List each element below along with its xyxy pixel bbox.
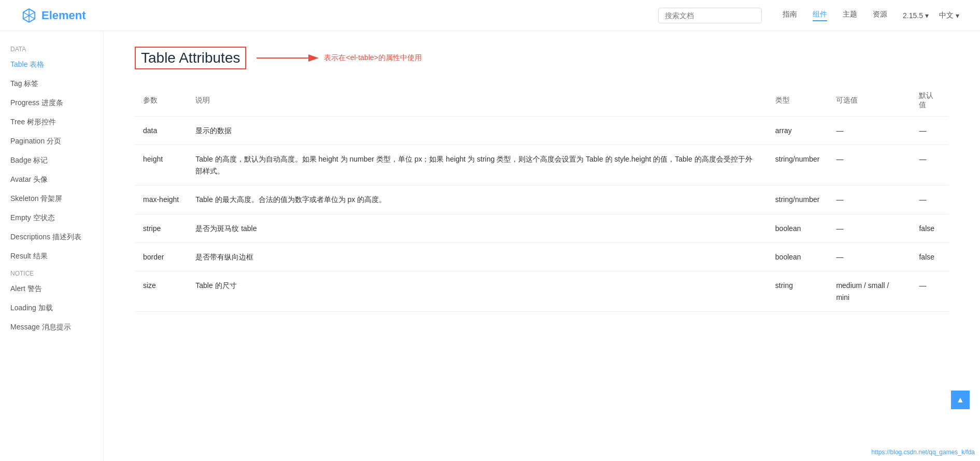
- cell-type: string/number: [767, 145, 828, 185]
- sidebar-item-avatar[interactable]: Avatar 头像: [0, 170, 103, 189]
- title-area: Table Attributes 表示在<el-table>的属性中使用: [135, 47, 949, 69]
- cell-desc: Table 的最大高度。合法的值为数字或者单位为 px 的高度。: [187, 185, 767, 214]
- cell-param: border: [135, 242, 187, 271]
- sidebar-item-message[interactable]: Message 消息提示: [0, 318, 103, 337]
- sidebar-item-table[interactable]: Table 表格: [0, 55, 103, 74]
- arrow-annotation: 表示在<el-table>的属性中使用: [257, 50, 421, 66]
- bottom-link[interactable]: https://blog.csdn.net/qq_games_k/fda: [872, 449, 975, 456]
- logo-icon: [21, 7, 37, 24]
- cell-options: —: [828, 242, 911, 271]
- cell-param: stripe: [135, 214, 187, 242]
- lang-label: 中文: [939, 11, 954, 20]
- sidebar-item-loading[interactable]: Loading 加载: [0, 298, 103, 318]
- nav-item-components[interactable]: 组件: [813, 10, 827, 21]
- table-row: data显示的数据array——: [135, 117, 949, 145]
- cell-param: data: [135, 117, 187, 145]
- sidebar-item-progress[interactable]: Progress 进度条: [0, 93, 103, 112]
- nav-item-theme[interactable]: 主题: [843, 10, 857, 21]
- sidebar-item-alert[interactable]: Alert 警告: [0, 279, 103, 298]
- layout: Data Table 表格 Tag 标签 Progress 进度条 Tree 树…: [0, 31, 980, 461]
- cell-type: boolean: [767, 214, 828, 242]
- cell-type: string/number: [767, 185, 828, 214]
- sidebar-item-pagination[interactable]: Pagination 分页: [0, 132, 103, 151]
- nav-item-resources[interactable]: 资源: [873, 10, 887, 21]
- cell-desc: Table 的高度，默认为自动高度。如果 height 为 number 类型，…: [187, 145, 767, 185]
- sidebar-item-tree[interactable]: Tree 树形控件: [0, 112, 103, 132]
- logo[interactable]: Element: [21, 7, 86, 24]
- main-nav: 指南 组件 主题 资源: [783, 10, 887, 21]
- annotation-text: 表示在<el-table>的属性中使用: [324, 53, 421, 63]
- annotation-arrow-icon: [257, 50, 319, 66]
- version-selector[interactable]: 2.15.5 ▾: [903, 11, 929, 20]
- col-header-param: 参数: [135, 85, 187, 117]
- sidebar-item-descriptions[interactable]: Descriptions 描述列表: [0, 227, 103, 247]
- page-title: Table Attributes: [135, 47, 246, 69]
- sidebar-item-tag[interactable]: Tag 标签: [0, 74, 103, 93]
- cell-default: —: [911, 145, 949, 185]
- lang-selector[interactable]: 中文 ▾: [939, 11, 959, 20]
- cell-options: —: [828, 185, 911, 214]
- table-row: border是否带有纵向边框boolean—false: [135, 242, 949, 271]
- cell-type: array: [767, 117, 828, 145]
- cell-options: —: [828, 117, 911, 145]
- cell-default: false: [911, 242, 949, 271]
- cell-default: —: [911, 271, 949, 312]
- version-chevron-icon: ▾: [925, 11, 929, 20]
- cell-param: max-height: [135, 185, 187, 214]
- sidebar-item-result[interactable]: Result 结果: [0, 247, 103, 266]
- main-content: Table Attributes 表示在<el-table>的属性中使用 参数 …: [104, 31, 980, 461]
- svg-marker-1: [308, 54, 319, 62]
- version-label: 2.15.5: [903, 11, 923, 20]
- table-row: heightTable 的高度，默认为自动高度。如果 height 为 numb…: [135, 145, 949, 185]
- sidebar: Data Table 表格 Tag 标签 Progress 进度条 Tree 树…: [0, 31, 104, 461]
- table-row: max-heightTable 的最大高度。合法的值为数字或者单位为 px 的高…: [135, 185, 949, 214]
- scroll-top-button[interactable]: ▲: [951, 391, 970, 409]
- cell-default: —: [911, 117, 949, 145]
- cell-default: —: [911, 185, 949, 214]
- cell-desc: 是否为斑马纹 table: [187, 214, 767, 242]
- table-row: sizeTable 的尺寸stringmedium / small / mini…: [135, 271, 949, 312]
- table-header-row: 参数 说明 类型 可选值 默认值: [135, 85, 949, 117]
- lang-chevron-icon: ▾: [956, 11, 959, 20]
- sidebar-item-skeleton[interactable]: Skeleton 骨架屏: [0, 189, 103, 208]
- api-table: 参数 说明 类型 可选值 默认值 data显示的数据array——heightT…: [135, 85, 949, 312]
- nav-item-guide[interactable]: 指南: [783, 10, 797, 21]
- cell-options: —: [828, 214, 911, 242]
- col-header-options: 可选值: [828, 85, 911, 117]
- search-input[interactable]: [658, 8, 762, 23]
- cell-param: size: [135, 271, 187, 312]
- cell-desc: Table 的尺寸: [187, 271, 767, 312]
- sidebar-item-badge[interactable]: Badge 标记: [0, 151, 103, 170]
- sidebar-section-data: Data: [0, 41, 103, 55]
- cell-type: boolean: [767, 242, 828, 271]
- sidebar-item-empty[interactable]: Empty 空状态: [0, 208, 103, 227]
- cell-param: height: [135, 145, 187, 185]
- cell-default: false: [911, 214, 949, 242]
- cell-options: medium / small / mini: [828, 271, 911, 312]
- col-header-desc: 说明: [187, 85, 767, 117]
- cell-desc: 显示的数据: [187, 117, 767, 145]
- col-header-type: 类型: [767, 85, 828, 117]
- cell-type: string: [767, 271, 828, 312]
- search-box: [658, 8, 762, 23]
- logo-text: Element: [41, 9, 86, 22]
- sidebar-section-notice: Notice: [0, 266, 103, 279]
- header: Element 指南 组件 主题 资源 2.15.5 ▾ 中文 ▾: [0, 0, 980, 31]
- col-header-default: 默认值: [911, 85, 949, 117]
- table-row: stripe是否为斑马纹 tableboolean—false: [135, 214, 949, 242]
- cell-desc: 是否带有纵向边框: [187, 242, 767, 271]
- cell-options: —: [828, 145, 911, 185]
